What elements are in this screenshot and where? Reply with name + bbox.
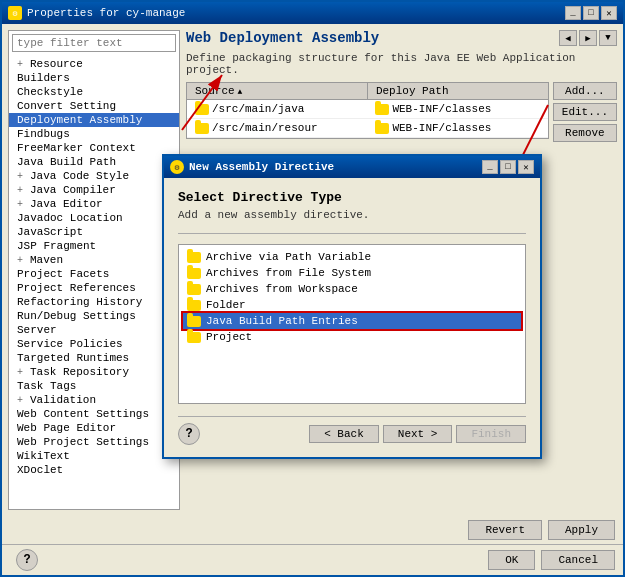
sidebar-item-task-tags[interactable]: Task Tags	[9, 379, 179, 393]
sidebar-item-maven[interactable]: Maven	[9, 253, 179, 267]
nav-buttons: ◀ ▶ ▼	[559, 30, 617, 46]
sidebar-item-project-facets[interactable]: Project Facets	[9, 267, 179, 281]
main-help-button[interactable]: ?	[16, 549, 38, 571]
title-bar-left: ⚙ Properties for cy-manage	[8, 6, 185, 20]
sidebar-item-project-references[interactable]: Project References	[9, 281, 179, 295]
directive-folder-icon-5	[187, 316, 201, 327]
sidebar-item-wikitext[interactable]: WikiText	[9, 449, 179, 463]
source-path-1: /src/main/java	[212, 103, 304, 115]
title-bar-buttons: _ □ ✕	[565, 6, 617, 20]
sidebar-item-java-build-path[interactable]: Java Build Path	[9, 155, 179, 169]
folder-icon-deploy-1	[375, 104, 389, 115]
title-bar: ⚙ Properties for cy-manage _ □ ✕	[2, 2, 623, 24]
sidebar-item-javascript[interactable]: JavaScript	[9, 225, 179, 239]
filter-input[interactable]	[12, 34, 176, 52]
sidebar-item-builders[interactable]: Builders	[9, 71, 179, 85]
main-window: ⚙ Properties for cy-manage _ □ ✕ Resourc…	[0, 0, 625, 577]
sort-arrow-icon: ▲	[238, 87, 243, 96]
directive-java-build-path-entries[interactable]: Java Build Path Entries	[183, 313, 521, 329]
dialog-divider	[178, 233, 526, 234]
sidebar-item-service-policies[interactable]: Service Policies	[9, 337, 179, 351]
apply-button[interactable]: Apply	[548, 520, 615, 540]
dialog-minimize-button[interactable]: _	[482, 160, 498, 174]
dialog-back-button[interactable]: < Back	[309, 425, 379, 443]
bottom-main-buttons: Revert Apply	[2, 516, 623, 544]
sidebar-item-run-debug-settings[interactable]: Run/Debug Settings	[9, 309, 179, 323]
panel-header: Web Deployment Assembly ◀ ▶ ▼	[186, 30, 617, 46]
dialog-section-desc: Add a new assembly directive.	[178, 209, 526, 221]
directive-project[interactable]: Project	[183, 329, 521, 345]
title-icon: ⚙	[8, 6, 22, 20]
sidebar-item-jsp-fragment[interactable]: JSP Fragment	[9, 239, 179, 253]
sidebar-item-java-editor[interactable]: Java Editor	[9, 197, 179, 211]
nav-dropdown-button[interactable]: ▼	[599, 30, 617, 46]
nav-forward-button[interactable]: ▶	[579, 30, 597, 46]
table-cell-source-1: /src/main/java	[187, 102, 367, 116]
window-title: Properties for cy-manage	[27, 7, 185, 19]
edit-button[interactable]: Edit...	[553, 103, 617, 121]
col-header-deploy-path[interactable]: Deploy Path	[368, 83, 548, 99]
sidebar-item-convert-setting[interactable]: Convert Setting	[9, 99, 179, 113]
sidebar-item-web-content-settings[interactable]: Web Content Settings	[9, 407, 179, 421]
sidebar-item-web-project-settings[interactable]: Web Project Settings	[9, 435, 179, 449]
table-header: Source ▲ Deploy Path	[187, 83, 548, 100]
dialog-section-title: Select Directive Type	[178, 190, 526, 205]
sidebar-item-resource[interactable]: Resource	[9, 57, 179, 71]
directive-folder-icon-2	[187, 268, 201, 279]
directive-folder-icon-1	[187, 252, 201, 263]
minimize-button[interactable]: _	[565, 6, 581, 20]
maximize-button[interactable]: □	[583, 6, 599, 20]
right-panel: Web Deployment Assembly ◀ ▶ ▼ Define pac…	[186, 30, 617, 510]
col-header-source[interactable]: Source ▲	[187, 83, 368, 99]
ok-cancel-buttons: OK Cancel	[488, 550, 615, 570]
sidebar-item-java-code-style[interactable]: Java Code Style	[9, 169, 179, 183]
sidebar-item-server[interactable]: Server	[9, 323, 179, 337]
sidebar-item-refactoring-history[interactable]: Refactoring History	[9, 295, 179, 309]
directive-folder-icon-6	[187, 332, 201, 343]
dialog-bottom: ? < Back Next > Finish	[178, 416, 526, 445]
dialog-maximize-button[interactable]: □	[500, 160, 516, 174]
add-button[interactable]: Add...	[553, 82, 617, 100]
dialog-help-button[interactable]: ?	[178, 423, 200, 445]
sidebar-item-targeted-runtimes[interactable]: Targeted Runtimes	[9, 351, 179, 365]
dialog-nav-buttons: < Back Next > Finish	[309, 425, 526, 443]
dialog-next-button[interactable]: Next >	[383, 425, 453, 443]
very-bottom: ? OK Cancel	[2, 544, 623, 575]
table-row[interactable]: /src/main/java WEB-INF/classes	[187, 100, 548, 119]
folder-icon-2	[195, 123, 209, 134]
sidebar-item-deployment-assembly[interactable]: Deployment Assembly	[9, 113, 179, 127]
folder-icon-1	[195, 104, 209, 115]
remove-button[interactable]: Remove	[553, 124, 617, 142]
revert-button[interactable]: Revert	[468, 520, 542, 540]
dialog-finish-button[interactable]: Finish	[456, 425, 526, 443]
table-row-2[interactable]: /src/main/resour WEB-INF/classes	[187, 119, 548, 138]
directive-archive-path-var[interactable]: Archive via Path Variable	[183, 249, 521, 265]
table-container: Source ▲ Deploy Path /src/mai	[186, 82, 549, 139]
sidebar-item-checkstyle[interactable]: Checkstyle	[9, 85, 179, 99]
dialog-title: New Assembly Directive	[189, 161, 334, 173]
directive-folder-icon-4	[187, 300, 201, 311]
ok-button[interactable]: OK	[488, 550, 535, 570]
folder-icon-deploy-2	[375, 123, 389, 134]
nav-back-button[interactable]: ◀	[559, 30, 577, 46]
sidebar-item-freemarker-context[interactable]: FreeMarker Context	[9, 141, 179, 155]
sidebar-item-task-repository[interactable]: Task Repository	[9, 365, 179, 379]
directive-label-3: Archives from Workspace	[206, 283, 358, 295]
directive-archives-file-system[interactable]: Archives from File System	[183, 265, 521, 281]
sidebar-item-xdoclet[interactable]: XDoclet	[9, 463, 179, 477]
directive-label-2: Archives from File System	[206, 267, 371, 279]
directive-archives-workspace[interactable]: Archives from Workspace	[183, 281, 521, 297]
table-wrapper: Source ▲ Deploy Path /src/mai	[186, 82, 549, 142]
dialog-close-button[interactable]: ✕	[518, 160, 534, 174]
sidebar-item-validation[interactable]: Validation	[9, 393, 179, 407]
sidebar-item-javadoc-location[interactable]: Javadoc Location	[9, 211, 179, 225]
sidebar-item-java-compiler[interactable]: Java Compiler	[9, 183, 179, 197]
table-cell-source-2: /src/main/resour	[187, 121, 367, 135]
close-button[interactable]: ✕	[601, 6, 617, 20]
description-text: Define packaging structure for this Java…	[186, 52, 617, 76]
directive-folder[interactable]: Folder	[183, 297, 521, 313]
directive-label-1: Archive via Path Variable	[206, 251, 371, 263]
sidebar-item-findbugs[interactable]: Findbugs	[9, 127, 179, 141]
cancel-button[interactable]: Cancel	[541, 550, 615, 570]
sidebar-item-web-page-editor[interactable]: Web Page Editor	[9, 421, 179, 435]
